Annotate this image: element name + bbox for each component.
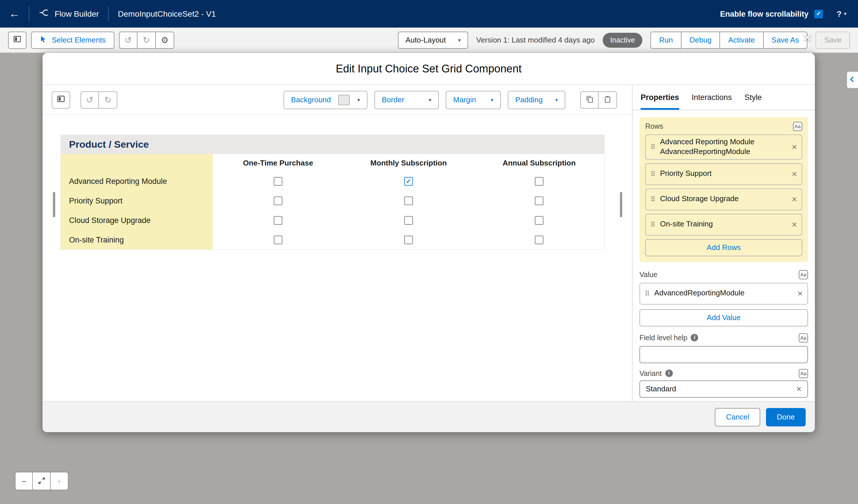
paste-button[interactable]	[599, 91, 617, 108]
undo-button[interactable]: ↺	[80, 91, 99, 108]
zoom-out-button[interactable]: −	[15, 472, 33, 490]
row-item[interactable]: ⠿ Advanced Reporting ModuleAdvancedRepor…	[645, 134, 802, 160]
translate-icon[interactable]: Aa	[799, 369, 808, 378]
flow-actions-group: Run Debug Activate Save As	[650, 31, 807, 49]
close-icon[interactable]: ×	[803, 30, 812, 45]
toggle-components-panel-button[interactable]	[52, 91, 70, 108]
row-item[interactable]: ⠿ Priority Support ×	[645, 163, 802, 185]
done-button[interactable]: Done	[766, 408, 806, 426]
variant-input[interactable]: Standard ×	[639, 380, 808, 398]
column-header: One-Time Purchase	[213, 154, 343, 171]
info-icon[interactable]: i	[665, 370, 672, 377]
redo-button[interactable]: ↻	[99, 91, 117, 108]
fit-view-button[interactable]	[33, 472, 51, 490]
padding-dropdown[interactable]: Padding ▾	[508, 91, 565, 109]
chevron-down-icon: ▾	[358, 97, 360, 102]
checkbox[interactable]	[274, 216, 282, 224]
debug-button[interactable]: Debug	[681, 31, 720, 49]
checkbox[interactable]	[274, 235, 282, 244]
panel-tabs: Properties Interactions Style	[633, 85, 815, 110]
tab-interactions[interactable]: Interactions	[692, 93, 732, 110]
value-section: Value Aa ⠿ AdvancedReportingModule × Add…	[639, 270, 808, 326]
translate-icon[interactable]: Aa	[799, 270, 808, 279]
undo-icon: ↺	[86, 95, 93, 105]
redo-button[interactable]: ↻	[138, 31, 156, 49]
undo-icon: ↺	[125, 35, 132, 45]
component-style-toolbar: ↺ ↻ Background ▾ Border ▾	[43, 85, 632, 115]
add-rows-button[interactable]: Add Rows	[645, 239, 802, 256]
info-icon[interactable]: i	[691, 334, 698, 342]
settings-button[interactable]: ⚙	[156, 31, 174, 49]
choice-grid-preview[interactable]: Product / Service One-Time Purchase Mont…	[60, 134, 605, 250]
translate-icon[interactable]: Aa	[793, 122, 802, 131]
undo-button[interactable]: ↺	[119, 31, 138, 49]
help-menu[interactable]: ? ▾	[837, 9, 846, 18]
modal-body: ↺ ↻ Background ▾ Border ▾	[43, 85, 815, 401]
select-elements-button[interactable]: Select Elements	[31, 31, 114, 49]
checkbox[interactable]	[535, 216, 543, 224]
modal-header: Edit Input Choice Set Grid Component	[43, 53, 815, 85]
clear-icon[interactable]: ×	[796, 385, 801, 394]
check-icon: ✓	[816, 11, 821, 17]
drag-handle-icon[interactable]: ⠿	[650, 144, 655, 150]
panel-toggle-icon	[57, 95, 65, 104]
modal-footer: Cancel Done	[43, 401, 815, 432]
preview-title: Product / Service	[61, 135, 604, 154]
checkbox[interactable]	[535, 177, 543, 185]
checkbox[interactable]	[404, 235, 413, 244]
app-root: ← Flow Builder DemoInputChoiceSet2 - V1 …	[0, 0, 858, 504]
checkbox[interactable]	[404, 216, 413, 224]
row-label: Advanced Reporting Module	[61, 171, 213, 191]
expand-right-panel-button[interactable]	[846, 71, 858, 88]
drag-handle-icon[interactable]: ⠿	[650, 196, 655, 203]
drag-handle-icon[interactable]: ⠿	[645, 290, 650, 297]
back-button[interactable]: ←	[0, 0, 29, 28]
remove-icon[interactable]: ×	[792, 195, 797, 204]
run-button[interactable]: Run	[650, 31, 681, 49]
checkbox[interactable]	[274, 177, 282, 185]
save-as-button[interactable]: Save As	[763, 31, 807, 49]
background-dropdown[interactable]: Background ▾	[284, 91, 367, 109]
chevron-down-icon: ▾	[429, 97, 431, 102]
scrollability-checkbox[interactable]: ✓	[814, 10, 823, 18]
remove-icon[interactable]: ×	[792, 143, 797, 152]
chevron-down-icon: ▾	[491, 97, 493, 102]
cancel-button[interactable]: Cancel	[715, 408, 760, 426]
layout-dropdown[interactable]: Auto-Layout ▾	[398, 31, 468, 49]
drag-handle-icon[interactable]: ⠿	[650, 171, 655, 178]
checkbox[interactable]	[404, 177, 413, 185]
save-button[interactable]: Save	[816, 31, 850, 49]
field-level-help-input[interactable]	[639, 346, 808, 363]
checkbox[interactable]	[404, 196, 413, 205]
tab-style[interactable]: Style	[744, 93, 762, 110]
drag-handle-icon[interactable]: ⠿	[650, 221, 655, 228]
resize-handle-left[interactable]	[53, 192, 55, 217]
rows-section-label: Rows	[645, 123, 663, 130]
builder-toolbar: Select Elements ↺ ↻ ⚙ Auto-Layout ▾ Vers…	[0, 28, 858, 53]
toggle-toolbox-button[interactable]	[8, 31, 27, 49]
tab-properties[interactable]: Properties	[641, 93, 679, 110]
header-right: Enable flow scrollability ✓ ? ▾	[720, 9, 858, 18]
row-item[interactable]: ⠿ Cloud Storage Upgrade ×	[645, 189, 802, 210]
checkbox[interactable]	[535, 235, 543, 244]
minus-icon: −	[21, 476, 27, 486]
scrollability-label: Enable flow scrollability	[720, 10, 809, 18]
margin-dropdown[interactable]: Margin ▾	[446, 91, 501, 109]
resize-handle-right[interactable]	[620, 192, 622, 217]
value-item[interactable]: ⠿ AdvancedReportingModule ×	[639, 283, 808, 305]
zoom-in-button[interactable]: +	[51, 472, 68, 490]
translate-icon[interactable]: Aa	[799, 333, 808, 342]
add-value-button[interactable]: Add Value	[639, 309, 808, 326]
border-dropdown[interactable]: Border ▾	[375, 91, 439, 109]
checkbox[interactable]	[535, 196, 543, 205]
redo-icon: ↻	[104, 95, 111, 105]
brand: Flow Builder	[29, 7, 108, 20]
remove-icon[interactable]: ×	[792, 220, 797, 229]
rows-section: Rows Aa ⠿ Advanced Reporting ModuleAdvan…	[639, 117, 808, 262]
checkbox[interactable]	[274, 196, 282, 205]
copy-button[interactable]	[580, 91, 599, 108]
activate-button[interactable]: Activate	[720, 31, 764, 49]
row-item[interactable]: ⠿ On-site Training ×	[645, 214, 802, 235]
remove-icon[interactable]: ×	[797, 289, 803, 298]
remove-icon[interactable]: ×	[792, 169, 797, 179]
